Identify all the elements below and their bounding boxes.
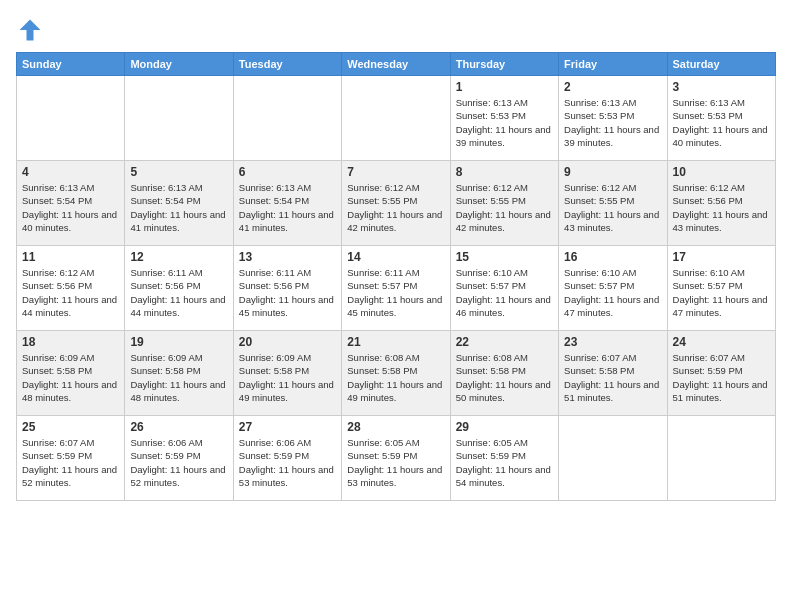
day-number: 12 (130, 250, 227, 264)
day-info: Sunrise: 6:10 AMSunset: 5:57 PMDaylight:… (673, 266, 770, 319)
calendar-cell: 8Sunrise: 6:12 AMSunset: 5:55 PMDaylight… (450, 161, 558, 246)
calendar-cell: 24Sunrise: 6:07 AMSunset: 5:59 PMDayligh… (667, 331, 775, 416)
page-header (16, 16, 776, 44)
calendar-cell: 18Sunrise: 6:09 AMSunset: 5:58 PMDayligh… (17, 331, 125, 416)
calendar-cell: 5Sunrise: 6:13 AMSunset: 5:54 PMDaylight… (125, 161, 233, 246)
day-number: 2 (564, 80, 661, 94)
calendar-cell: 20Sunrise: 6:09 AMSunset: 5:58 PMDayligh… (233, 331, 341, 416)
day-number: 24 (673, 335, 770, 349)
calendar-cell: 26Sunrise: 6:06 AMSunset: 5:59 PMDayligh… (125, 416, 233, 501)
calendar-cell: 21Sunrise: 6:08 AMSunset: 5:58 PMDayligh… (342, 331, 450, 416)
day-info: Sunrise: 6:11 AMSunset: 5:57 PMDaylight:… (347, 266, 444, 319)
header-wednesday: Wednesday (342, 53, 450, 76)
calendar-cell: 1Sunrise: 6:13 AMSunset: 5:53 PMDaylight… (450, 76, 558, 161)
calendar-cell: 27Sunrise: 6:06 AMSunset: 5:59 PMDayligh… (233, 416, 341, 501)
day-info: Sunrise: 6:13 AMSunset: 5:54 PMDaylight:… (22, 181, 119, 234)
day-info: Sunrise: 6:12 AMSunset: 5:55 PMDaylight:… (347, 181, 444, 234)
logo-icon (16, 16, 44, 44)
calendar-cell (667, 416, 775, 501)
calendar-cell: 10Sunrise: 6:12 AMSunset: 5:56 PMDayligh… (667, 161, 775, 246)
calendar-cell: 2Sunrise: 6:13 AMSunset: 5:53 PMDaylight… (559, 76, 667, 161)
day-number: 5 (130, 165, 227, 179)
calendar-cell: 4Sunrise: 6:13 AMSunset: 5:54 PMDaylight… (17, 161, 125, 246)
day-number: 16 (564, 250, 661, 264)
day-number: 7 (347, 165, 444, 179)
calendar-cell: 11Sunrise: 6:12 AMSunset: 5:56 PMDayligh… (17, 246, 125, 331)
day-number: 29 (456, 420, 553, 434)
header-monday: Monday (125, 53, 233, 76)
day-number: 22 (456, 335, 553, 349)
day-info: Sunrise: 6:05 AMSunset: 5:59 PMDaylight:… (456, 436, 553, 489)
calendar-cell (233, 76, 341, 161)
calendar-week-row: 25Sunrise: 6:07 AMSunset: 5:59 PMDayligh… (17, 416, 776, 501)
day-number: 15 (456, 250, 553, 264)
calendar-week-row: 18Sunrise: 6:09 AMSunset: 5:58 PMDayligh… (17, 331, 776, 416)
day-number: 1 (456, 80, 553, 94)
day-info: Sunrise: 6:06 AMSunset: 5:59 PMDaylight:… (239, 436, 336, 489)
calendar-cell: 23Sunrise: 6:07 AMSunset: 5:58 PMDayligh… (559, 331, 667, 416)
calendar-cell: 25Sunrise: 6:07 AMSunset: 5:59 PMDayligh… (17, 416, 125, 501)
calendar-cell (125, 76, 233, 161)
calendar-cell (342, 76, 450, 161)
calendar-week-row: 4Sunrise: 6:13 AMSunset: 5:54 PMDaylight… (17, 161, 776, 246)
calendar-cell: 19Sunrise: 6:09 AMSunset: 5:58 PMDayligh… (125, 331, 233, 416)
calendar-header-row: Sunday Monday Tuesday Wednesday Thursday… (17, 53, 776, 76)
header-thursday: Thursday (450, 53, 558, 76)
calendar-cell: 29Sunrise: 6:05 AMSunset: 5:59 PMDayligh… (450, 416, 558, 501)
day-info: Sunrise: 6:13 AMSunset: 5:53 PMDaylight:… (673, 96, 770, 149)
day-info: Sunrise: 6:07 AMSunset: 5:58 PMDaylight:… (564, 351, 661, 404)
day-number: 3 (673, 80, 770, 94)
calendar-cell: 28Sunrise: 6:05 AMSunset: 5:59 PMDayligh… (342, 416, 450, 501)
day-info: Sunrise: 6:09 AMSunset: 5:58 PMDaylight:… (22, 351, 119, 404)
header-saturday: Saturday (667, 53, 775, 76)
day-info: Sunrise: 6:12 AMSunset: 5:55 PMDaylight:… (456, 181, 553, 234)
day-info: Sunrise: 6:13 AMSunset: 5:54 PMDaylight:… (130, 181, 227, 234)
day-info: Sunrise: 6:12 AMSunset: 5:56 PMDaylight:… (22, 266, 119, 319)
calendar-cell: 17Sunrise: 6:10 AMSunset: 5:57 PMDayligh… (667, 246, 775, 331)
day-info: Sunrise: 6:10 AMSunset: 5:57 PMDaylight:… (564, 266, 661, 319)
day-info: Sunrise: 6:11 AMSunset: 5:56 PMDaylight:… (239, 266, 336, 319)
calendar-cell (559, 416, 667, 501)
day-number: 14 (347, 250, 444, 264)
day-number: 21 (347, 335, 444, 349)
day-info: Sunrise: 6:08 AMSunset: 5:58 PMDaylight:… (456, 351, 553, 404)
day-number: 6 (239, 165, 336, 179)
day-info: Sunrise: 6:07 AMSunset: 5:59 PMDaylight:… (22, 436, 119, 489)
day-info: Sunrise: 6:06 AMSunset: 5:59 PMDaylight:… (130, 436, 227, 489)
day-number: 28 (347, 420, 444, 434)
calendar-cell: 13Sunrise: 6:11 AMSunset: 5:56 PMDayligh… (233, 246, 341, 331)
calendar-cell: 3Sunrise: 6:13 AMSunset: 5:53 PMDaylight… (667, 76, 775, 161)
day-number: 8 (456, 165, 553, 179)
calendar-week-row: 11Sunrise: 6:12 AMSunset: 5:56 PMDayligh… (17, 246, 776, 331)
day-info: Sunrise: 6:13 AMSunset: 5:53 PMDaylight:… (456, 96, 553, 149)
day-number: 20 (239, 335, 336, 349)
day-info: Sunrise: 6:12 AMSunset: 5:55 PMDaylight:… (564, 181, 661, 234)
calendar-cell: 16Sunrise: 6:10 AMSunset: 5:57 PMDayligh… (559, 246, 667, 331)
day-number: 10 (673, 165, 770, 179)
day-number: 4 (22, 165, 119, 179)
day-number: 27 (239, 420, 336, 434)
calendar-cell: 22Sunrise: 6:08 AMSunset: 5:58 PMDayligh… (450, 331, 558, 416)
calendar-cell: 6Sunrise: 6:13 AMSunset: 5:54 PMDaylight… (233, 161, 341, 246)
day-number: 11 (22, 250, 119, 264)
header-tuesday: Tuesday (233, 53, 341, 76)
day-number: 17 (673, 250, 770, 264)
day-info: Sunrise: 6:05 AMSunset: 5:59 PMDaylight:… (347, 436, 444, 489)
calendar-table: Sunday Monday Tuesday Wednesday Thursday… (16, 52, 776, 501)
calendar-cell (17, 76, 125, 161)
day-info: Sunrise: 6:13 AMSunset: 5:54 PMDaylight:… (239, 181, 336, 234)
day-info: Sunrise: 6:09 AMSunset: 5:58 PMDaylight:… (130, 351, 227, 404)
day-info: Sunrise: 6:10 AMSunset: 5:57 PMDaylight:… (456, 266, 553, 319)
day-number: 26 (130, 420, 227, 434)
calendar-cell: 9Sunrise: 6:12 AMSunset: 5:55 PMDaylight… (559, 161, 667, 246)
calendar-cell: 14Sunrise: 6:11 AMSunset: 5:57 PMDayligh… (342, 246, 450, 331)
day-info: Sunrise: 6:12 AMSunset: 5:56 PMDaylight:… (673, 181, 770, 234)
calendar-cell: 12Sunrise: 6:11 AMSunset: 5:56 PMDayligh… (125, 246, 233, 331)
calendar-cell: 7Sunrise: 6:12 AMSunset: 5:55 PMDaylight… (342, 161, 450, 246)
header-friday: Friday (559, 53, 667, 76)
day-number: 13 (239, 250, 336, 264)
day-number: 23 (564, 335, 661, 349)
day-number: 25 (22, 420, 119, 434)
day-info: Sunrise: 6:08 AMSunset: 5:58 PMDaylight:… (347, 351, 444, 404)
day-info: Sunrise: 6:09 AMSunset: 5:58 PMDaylight:… (239, 351, 336, 404)
